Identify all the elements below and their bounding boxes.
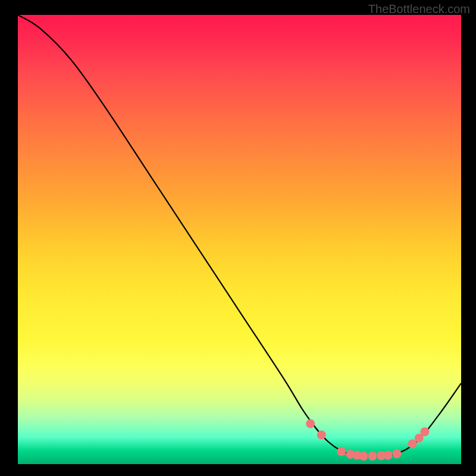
highlight-marker: [306, 419, 315, 428]
highlight-marker: [337, 447, 346, 456]
bottleneck-curve: [18, 15, 461, 456]
chart-plot-area: [18, 15, 461, 464]
highlight-marker: [420, 427, 429, 436]
highlight-markers: [306, 419, 429, 461]
highlight-marker: [359, 452, 368, 461]
highlight-marker: [392, 449, 401, 458]
highlight-marker: [317, 430, 326, 439]
highlight-marker: [384, 450, 393, 459]
highlight-marker: [368, 452, 377, 461]
chart-svg: [18, 15, 461, 464]
watermark-text: TheBottleneck.com: [368, 2, 470, 16]
